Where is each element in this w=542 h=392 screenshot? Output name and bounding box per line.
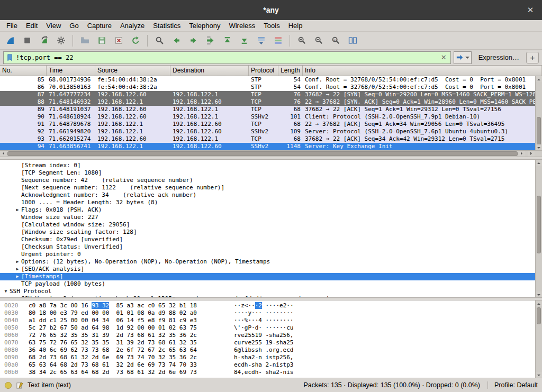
menu-help[interactable]: Help: [284, 21, 307, 31]
auto-scroll-button[interactable]: [253, 33, 269, 48]
packet-row-87[interactable]: 8771.647777234192.168.122.60192.168.122.…: [0, 91, 542, 98]
detail-line[interactable]: Window size value: 227: [0, 214, 542, 221]
menu-telephony[interactable]: Telephony: [185, 21, 224, 31]
column-header-info[interactable]: Info: [303, 66, 542, 76]
reload-file-button[interactable]: [128, 33, 143, 48]
expression-button[interactable]: Expression…: [474, 53, 523, 61]
go-forward-button[interactable]: [185, 33, 201, 48]
detail-line[interactable]: TCP payload (1080 bytes): [0, 280, 542, 288]
scroll-down-icon[interactable]: [536, 291, 542, 297]
filter-bookmark-icon[interactable]: [6, 53, 14, 62]
hex-dump[interactable]: 0020c0 a8 7a 3c 00 16 93 32 85 a3 ac c0 …: [0, 300, 542, 378]
hex-line[interactable]: 0040a1 dd c1 25 00 00 04 34 06 14 f5 e8 …: [0, 317, 542, 324]
expander-closed-icon[interactable]: ▶: [14, 266, 21, 273]
hex-line[interactable]: 00505c 27 b2 67 50 ad 64 98 1d 92 00 00 …: [0, 324, 542, 332]
column-header-protocol[interactable]: Protocol: [249, 66, 278, 76]
detail-line[interactable]: [Checksum Status: Unverified]: [0, 243, 542, 251]
menu-tools[interactable]: Tools: [259, 21, 284, 31]
packet-row-88[interactable]: 8871.648146932192.168.122.1192.168.122.6…: [0, 98, 542, 106]
column-header-length[interactable]: Length: [278, 66, 303, 76]
close-file-button[interactable]: [111, 33, 127, 48]
expander-closed-icon[interactable]: ▶: [14, 258, 21, 266]
column-header-no[interactable]: No.: [0, 66, 47, 76]
packet-row-92[interactable]: 9271.661949820192.168.122.1192.168.122.6…: [0, 128, 542, 135]
detail-line[interactable]: Checksum: 0x79ed [unverified]: [0, 236, 542, 243]
close-window-icon[interactable]: ✕: [525, 5, 536, 15]
detail-line[interactable]: [Next sequence number: 1122 (relative se…: [0, 184, 542, 192]
add-filter-button[interactable]: +: [526, 52, 539, 63]
filter-history-dropdown-icon[interactable]: [465, 57, 469, 61]
stop-capture-button[interactable]: [19, 33, 35, 48]
column-header-time[interactable]: Time: [47, 66, 95, 76]
scroll-left2-icon[interactable]: [518, 151, 525, 157]
hex-line[interactable]: 009068 2d 73 68 61 32 2d 6e 69 73 74 70 …: [0, 354, 542, 361]
scroll-down-icon[interactable]: [536, 144, 542, 150]
expander-closed-icon[interactable]: ▶: [14, 273, 21, 280]
scroll-right-icon[interactable]: [528, 151, 535, 157]
detail-line[interactable]: ▶Flags: 0x018 (PSH, ACK): [0, 206, 542, 214]
packet-row-91[interactable]: 9171.648789678192.168.122.1192.168.122.6…: [0, 121, 542, 128]
packet-list-vscroll-thumb[interactable]: [537, 117, 541, 147]
scroll-left-icon[interactable]: [0, 151, 7, 157]
hex-line[interactable]: 006072 76 65 32 35 35 31 39 2d 73 68 61 …: [0, 332, 542, 339]
details-vscrollbar[interactable]: [535, 160, 542, 297]
menu-wireless[interactable]: Wireless: [224, 21, 259, 31]
packet-row-90[interactable]: 9071.648618924192.168.122.60192.168.122.…: [0, 113, 542, 121]
hex-line[interactable]: 00a065 63 64 68 2d 73 68 61 32 2d 6e 69 …: [0, 361, 542, 369]
menu-go[interactable]: Go: [65, 21, 83, 31]
display-filter-input[interactable]: [16, 54, 437, 61]
detail-line[interactable]: [Window size scaling factor: 128]: [0, 229, 542, 236]
detail-line[interactable]: [TCP Segment Len: 1080]: [0, 169, 542, 177]
go-first-button[interactable]: [219, 33, 235, 48]
open-file-button[interactable]: [77, 33, 93, 48]
packet-list-hscroll-thumb[interactable]: [7, 151, 518, 156]
detail-line[interactable]: 1000 .... = Header Length: 32 bytes (8): [0, 199, 542, 206]
menu-capture[interactable]: Capture: [83, 21, 116, 31]
detail-line[interactable]: ▶Options: (12 bytes), No-Operation (NOP)…: [0, 258, 542, 266]
hex-line[interactable]: 0020c0 a8 7a 3c 00 16 93 32 85 a3 ac c0 …: [0, 302, 542, 309]
packet-row-89[interactable]: 8971.648191037192.168.122.60192.168.122.…: [0, 106, 542, 113]
menu-statistics[interactable]: Statistics: [149, 21, 185, 31]
apply-filter-button[interactable]: [454, 51, 472, 64]
status-profile[interactable]: Profile: Default: [487, 381, 538, 389]
hex-line[interactable]: 008036 40 6c 69 62 73 73 68 2e 6f 72 67 …: [0, 347, 542, 354]
hex-line[interactable]: 003080 18 00 e3 79 ed 00 00 01 01 08 0a …: [0, 309, 542, 317]
menu-analyze[interactable]: Analyze: [116, 21, 149, 31]
scroll-up-icon[interactable]: [536, 76, 542, 82]
expander-closed-icon[interactable]: ▶: [14, 206, 21, 214]
go-last-button[interactable]: [236, 33, 252, 48]
capture-comment-icon[interactable]: [16, 381, 24, 389]
hex-vscrollbar[interactable]: [535, 300, 542, 378]
window-titlebar[interactable]: *any ✕: [0, 0, 542, 20]
colorize-packets-button[interactable]: [270, 33, 286, 48]
save-file-button[interactable]: [94, 33, 110, 48]
menu-view[interactable]: View: [42, 21, 65, 31]
scroll-up-icon[interactable]: [536, 300, 542, 306]
packet-row-85[interactable]: 8568.001734936fe:54:00:d4:38:2aSTP54Conf…: [0, 76, 542, 84]
restart-capture-button[interactable]: [36, 33, 52, 48]
detail-line[interactable]: [Calculated window size: 29056]: [0, 221, 542, 229]
detail-line[interactable]: SSH Version 2 (encryption:chacha20-poly1…: [0, 295, 542, 297]
detail-line[interactable]: Acknowledgment number: 34 (relative ack …: [0, 192, 542, 199]
expert-info-icon[interactable]: [4, 381, 12, 389]
capture-options-button[interactable]: [53, 33, 69, 48]
hex-line[interactable]: 00b038 34 2c 65 63 64 68 2d 73 68 61 32 …: [0, 369, 542, 376]
hex-line[interactable]: 007063 75 72 76 65 32 35 35 31 39 2d 73 …: [0, 339, 542, 347]
scroll-down-icon[interactable]: [536, 372, 542, 378]
detail-line[interactable]: [Stream index: 0]: [0, 162, 542, 169]
resize-columns-button[interactable]: [345, 33, 360, 48]
column-header-source[interactable]: Source: [95, 66, 170, 76]
column-header-destination[interactable]: Destination: [170, 66, 249, 76]
go-to-packet-button[interactable]: [202, 33, 218, 48]
menu-file[interactable]: File: [2, 21, 22, 31]
packet-row-93[interactable]: 9371.662015274192.168.122.60192.168.122.…: [0, 135, 542, 143]
zoom-in-button[interactable]: [294, 33, 310, 48]
detail-line[interactable]: Urgent pointer: 0: [0, 251, 542, 258]
packet-list[interactable]: 8568.001734936fe:54:00:d4:38:2aSTP54Conf…: [0, 76, 542, 150]
zoom-out-button[interactable]: [311, 33, 327, 48]
detail-line[interactable]: Sequence number: 42 (relative sequence n…: [0, 177, 542, 184]
hex-vscroll-thumb[interactable]: [537, 307, 541, 324]
expander-open-icon[interactable]: ▼: [2, 288, 10, 295]
zoom-original-button[interactable]: 1:1: [328, 33, 344, 48]
detail-line[interactable]: ▶[SEQ/ACK analysis]: [0, 266, 542, 273]
